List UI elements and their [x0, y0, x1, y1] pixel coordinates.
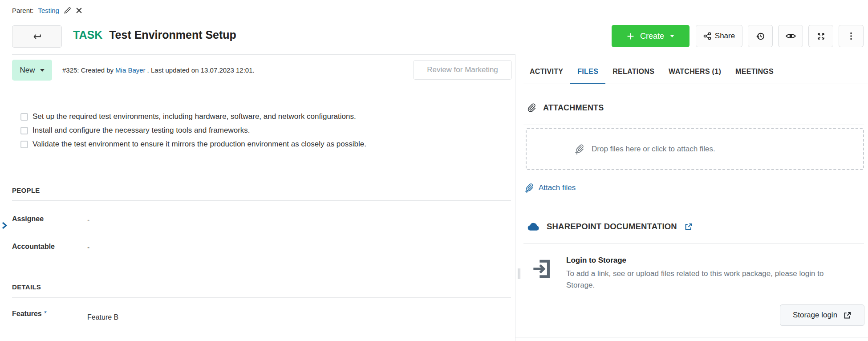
people-section-heading: PEOPLE — [12, 187, 40, 194]
storage-section-heading[interactable]: SHAREPOINT DOCUMENTATION — [527, 222, 693, 231]
more-menu-button[interactable] — [839, 25, 864, 47]
checklist-item: Set up the required test environments, i… — [20, 112, 366, 122]
checklist-item-label: Install and configure the necessary test… — [32, 126, 250, 135]
checklist-item-label: Set up the required test environments, i… — [32, 112, 356, 121]
section-divider — [523, 125, 864, 125]
close-icon[interactable] — [76, 7, 82, 14]
tab-relations[interactable]: RELATIONS — [605, 60, 661, 84]
work-package-page: Parent: Testing TASK Test Environment Se… — [0, 0, 868, 341]
checkbox[interactable] — [20, 141, 28, 148]
workflow-transition-button[interactable]: Review for Marketing — [413, 60, 512, 80]
description-checklist: Set up the required test environments, i… — [20, 112, 366, 149]
storage-login-button-label: Storage login — [793, 311, 837, 320]
accountable-label: Accountable — [12, 243, 55, 251]
drag-handle-icon[interactable] — [518, 268, 520, 279]
storage-login-description: To add a link, see or upload files relat… — [566, 268, 851, 292]
meta-prefix: #325: Created by — [62, 66, 114, 74]
details-section-heading: DETAILS — [12, 283, 41, 291]
share-icon — [703, 32, 711, 40]
parent-label: Parent: — [12, 7, 33, 14]
checklist-item-label: Validate the test environment to ensure … — [32, 140, 366, 149]
eye-watch-button[interactable] — [778, 25, 803, 47]
create-button[interactable]: Create — [612, 25, 690, 47]
work-package-meta: #325: Created by Mia Bayer . Last update… — [62, 60, 255, 81]
status-dropdown[interactable]: New — [12, 60, 52, 81]
plus-icon — [627, 32, 634, 40]
kebab-menu-icon — [850, 32, 852, 41]
share-button[interactable]: Share — [696, 25, 742, 47]
header-divider — [12, 54, 515, 55]
dropzone-content: Drop files here or click to attach files… — [574, 129, 715, 169]
storage-login-button[interactable]: Storage login — [780, 304, 864, 326]
tab-meetings[interactable]: MEETINGS — [728, 60, 781, 84]
login-arrow-icon — [532, 258, 551, 280]
create-button-label: Create — [640, 32, 664, 41]
fullscreen-button[interactable] — [808, 25, 833, 47]
tab-files[interactable]: FILES — [570, 60, 605, 84]
parent-link[interactable]: Testing — [38, 7, 59, 14]
status-label: New — [20, 66, 35, 75]
work-package-title: Test Environment Setup — [109, 28, 236, 41]
pencil-icon[interactable] — [64, 7, 71, 14]
caret-down-icon — [670, 35, 674, 37]
caret-down-icon — [40, 69, 45, 72]
chevron-right-icon[interactable] — [1, 221, 8, 230]
dropzone-text: Drop files here or click to attach files… — [592, 145, 715, 154]
tabs-divider — [523, 84, 868, 84]
meta-suffix: . Last updated on 13.07.2023 12:01. — [147, 66, 255, 74]
attachments-section: ATTACHMENTS — [527, 103, 604, 113]
attachments-heading: ATTACHMENTS — [543, 103, 604, 113]
back-arrow-icon — [32, 33, 42, 40]
paperclip-plus-icon — [574, 143, 585, 155]
author-link[interactable]: Mia Bayer — [115, 66, 146, 74]
attach-files-label: Attach files — [539, 183, 576, 192]
page-title: TASK Test Environment Setup — [73, 28, 236, 41]
eye-icon — [786, 33, 796, 39]
external-link-icon — [843, 311, 852, 320]
assignee-label: Assignee — [12, 215, 44, 223]
storage-bottom-divider — [515, 337, 868, 337]
checklist-item: Install and configure the necessary test… — [20, 126, 366, 135]
tab-activity[interactable]: ACTIVITY — [523, 60, 570, 84]
checklist-item: Validate the test environment to ensure … — [20, 139, 366, 149]
expand-icon — [817, 32, 825, 41]
paperclip-plus-icon — [524, 183, 534, 193]
cloud-icon — [527, 222, 539, 231]
tab-watchers[interactable]: WATCHERS (1) — [661, 60, 728, 84]
breadcrumb: Parent: Testing — [12, 5, 82, 15]
storage-heading-label: SHAREPOINT DOCUMENTATION — [547, 222, 677, 231]
checkbox[interactable] — [20, 113, 28, 121]
file-dropzone[interactable]: Drop files here or click to attach files… — [526, 128, 864, 170]
external-link-icon — [684, 223, 693, 231]
accountable-value[interactable]: - — [87, 244, 89, 252]
detail-tabs: ACTIVITY FILES RELATIONS WATCHERS (1) ME… — [523, 60, 781, 84]
section-divider — [12, 200, 511, 201]
work-package-type[interactable]: TASK — [73, 28, 102, 41]
share-button-label: Share — [715, 32, 735, 41]
activity-history-button[interactable] — [748, 25, 773, 47]
section-divider — [523, 243, 864, 244]
assignee-value[interactable]: - — [87, 216, 89, 224]
paperclip-icon — [527, 103, 536, 113]
required-marker: * — [44, 310, 47, 317]
storage-login-title: Login to Storage — [566, 256, 626, 265]
back-button[interactable] — [12, 25, 62, 48]
features-label: Features* — [12, 310, 47, 318]
history-clock-icon — [756, 32, 765, 41]
section-divider — [12, 297, 511, 298]
checkbox[interactable] — [20, 127, 28, 134]
panel-divider — [515, 54, 515, 341]
attach-files-link[interactable]: Attach files — [524, 183, 576, 193]
features-value[interactable]: Feature B — [87, 313, 118, 321]
